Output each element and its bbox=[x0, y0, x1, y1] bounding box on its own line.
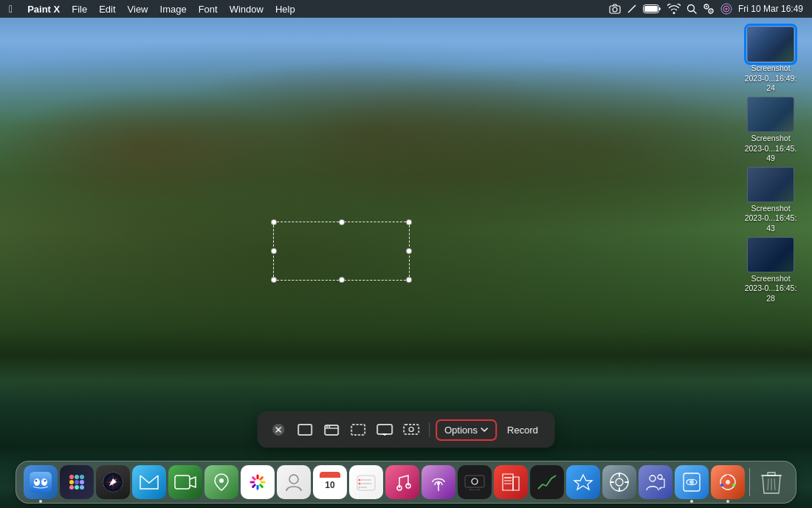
svg-line-6 bbox=[693, 11, 696, 14]
svg-rect-49 bbox=[175, 476, 190, 489]
menubar:  Paint X File Edit View Image Font Wind… bbox=[0, 0, 812, 18]
image-menu[interactable]: Image bbox=[160, 4, 187, 15]
svg-point-30 bbox=[41, 478, 47, 486]
dock-stocks[interactable] bbox=[530, 465, 564, 499]
dock-teams[interactable] bbox=[639, 465, 672, 499]
battery-icon bbox=[643, 4, 661, 13]
svg-line-52 bbox=[261, 478, 263, 480]
font-menu[interactable]: Font bbox=[199, 4, 218, 15]
svg-point-69 bbox=[359, 479, 361, 481]
dock-mail[interactable] bbox=[132, 465, 166, 499]
dotted-rect-icon bbox=[350, 423, 366, 436]
desktop-icon-screenshot-2[interactable]: Screenshot2023-0...16:45.49 bbox=[741, 97, 800, 164]
svg-point-60 bbox=[289, 475, 298, 484]
dock-separator bbox=[749, 468, 750, 496]
dock-safari[interactable] bbox=[96, 465, 130, 499]
svg-point-92 bbox=[726, 475, 729, 478]
svg-point-33 bbox=[69, 475, 74, 479]
svg-point-88 bbox=[658, 475, 662, 479]
dock-finder[interactable] bbox=[24, 465, 58, 499]
dotted-rect-button[interactable] bbox=[346, 418, 370, 442]
screen-selection-button[interactable] bbox=[373, 418, 396, 442]
svg-point-90 bbox=[689, 480, 694, 484]
window-selection-button[interactable] bbox=[320, 418, 343, 442]
svg-point-70 bbox=[359, 483, 361, 485]
dock-news[interactable] bbox=[494, 465, 528, 499]
svg-point-13 bbox=[725, 8, 727, 10]
rect-selection-icon bbox=[297, 423, 313, 436]
screenshot-4-label: Screenshot2023-0...16:45:28 bbox=[744, 274, 797, 304]
slash-icon bbox=[627, 4, 637, 14]
svg-point-40 bbox=[75, 485, 79, 490]
record-button[interactable]: Record bbox=[500, 421, 546, 439]
svg-rect-4 bbox=[644, 6, 658, 12]
dock-appstore[interactable] bbox=[566, 465, 600, 499]
svg-point-82 bbox=[616, 478, 623, 486]
svg-point-36 bbox=[69, 480, 74, 484]
dock-calendar[interactable]: 10 bbox=[313, 465, 347, 499]
options-button[interactable]: Options bbox=[436, 419, 497, 441]
screenshot-1-label: Screenshot2023-0...16:49:24 bbox=[744, 64, 797, 94]
menubar-datetime: Fri 10 Mar 16:49 bbox=[738, 4, 803, 14]
svg-line-99 bbox=[774, 478, 775, 490]
dock-launchpad[interactable] bbox=[60, 465, 94, 499]
dock-music[interactable] bbox=[385, 465, 419, 499]
camera-icon[interactable] bbox=[609, 3, 621, 15]
options-label: Options bbox=[444, 425, 478, 436]
desktop-icon-screenshot-1[interactable]: Screenshot2023-0...16:49:24 bbox=[741, 27, 800, 94]
dock-maps[interactable] bbox=[204, 465, 238, 499]
screenshot-2-thumb bbox=[747, 97, 794, 132]
dock-reminders[interactable] bbox=[349, 465, 383, 499]
desktop-icon-screenshot-4[interactable]: Screenshot2023-0...16:45:28 bbox=[741, 237, 800, 304]
svg-point-95 bbox=[726, 480, 730, 484]
svg-point-77 bbox=[472, 478, 478, 484]
dotted-screen-icon bbox=[403, 423, 419, 436]
svg-point-74 bbox=[437, 482, 440, 485]
dock-podcasts[interactable] bbox=[422, 465, 455, 499]
svg-rect-23 bbox=[377, 425, 392, 434]
dock-appletv[interactable] bbox=[458, 465, 492, 499]
svg-point-35 bbox=[80, 475, 84, 479]
svg-point-38 bbox=[80, 480, 84, 484]
app-name-menu[interactable]: Paint X bbox=[27, 4, 60, 15]
search-icon[interactable] bbox=[687, 4, 697, 14]
file-menu[interactable]: File bbox=[72, 4, 87, 15]
close-icon bbox=[272, 423, 285, 436]
edit-menu[interactable]: Edit bbox=[99, 4, 115, 15]
screenshot-1-thumb bbox=[747, 27, 794, 62]
close-button[interactable] bbox=[266, 418, 290, 442]
dock-paintx[interactable] bbox=[711, 465, 745, 499]
chevron-down-icon bbox=[481, 428, 488, 433]
dock-facetime[interactable] bbox=[168, 465, 202, 499]
dock-preview[interactable] bbox=[675, 465, 709, 499]
dock-photos[interactable] bbox=[241, 465, 275, 499]
svg-point-93 bbox=[720, 484, 723, 487]
help-menu[interactable]: Help bbox=[275, 4, 295, 15]
controlcenter-icon[interactable] bbox=[703, 3, 715, 15]
desktop-icons-container: Screenshot2023-0...16:49:24 Screenshot20… bbox=[741, 27, 800, 304]
window-selection-icon bbox=[323, 423, 340, 436]
svg-point-10 bbox=[710, 10, 712, 12]
svg-point-32 bbox=[44, 480, 47, 482]
svg-point-34 bbox=[75, 475, 79, 479]
record-label: Record bbox=[507, 425, 538, 436]
dock-system-prefs[interactable] bbox=[602, 465, 636, 499]
svg-line-54 bbox=[261, 485, 263, 487]
svg-rect-26 bbox=[404, 425, 419, 434]
svg-rect-17 bbox=[298, 425, 312, 435]
window-menu[interactable]: Window bbox=[230, 4, 264, 15]
desktop-icon-screenshot-3[interactable]: Screenshot2023-0...16:45:43 bbox=[741, 167, 800, 234]
dock-contacts[interactable] bbox=[277, 465, 311, 499]
svg-line-2 bbox=[628, 5, 636, 13]
siri-icon[interactable] bbox=[720, 3, 732, 15]
rect-selection-button[interactable] bbox=[293, 418, 317, 442]
view-menu[interactable]: View bbox=[128, 4, 148, 15]
svg-rect-28 bbox=[30, 472, 52, 492]
svg-point-39 bbox=[69, 485, 74, 490]
dock-trash[interactable] bbox=[754, 465, 788, 499]
apple-menu[interactable]:  bbox=[9, 3, 13, 15]
svg-point-1 bbox=[613, 7, 617, 12]
dotted-screen-button[interactable] bbox=[399, 418, 423, 442]
svg-point-21 bbox=[328, 426, 330, 428]
menubar-left:  Paint X File Edit View Image Font Wind… bbox=[9, 3, 295, 15]
